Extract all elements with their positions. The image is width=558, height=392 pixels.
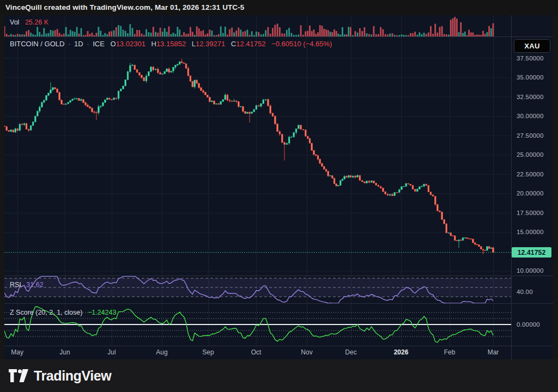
last-price-badge: 12.41752: [512, 247, 551, 258]
open-letter: O: [111, 40, 116, 48]
price-tick-label: 32.50000: [517, 94, 544, 100]
rsi-pane-label: RSI 31.62: [10, 281, 44, 289]
month-label: Oct: [251, 348, 262, 356]
volume-value: 25.26 K: [25, 19, 48, 26]
price-axis[interactable]: XAU 12.41752 37.5000035.0000032.5000030.…: [511, 15, 553, 346]
change-value: −0.60510 (−4.65%): [271, 40, 332, 48]
price-tick-label: 17.50000: [517, 210, 544, 216]
close-value: 12.41752: [236, 40, 265, 48]
legend-dot: ·: [85, 40, 90, 48]
zscore-pane-label: Z Score (20, 2, 1, close) −1.24243: [10, 309, 116, 316]
price-tick-label: 10.00000: [517, 267, 544, 274]
price-tick-label: 30.00000: [517, 113, 544, 119]
price-tick-label: 15.00000: [517, 229, 544, 235]
chart-widget: Vol 25.26 K BITCOIN / GOLD · 1D · ICE O1…: [4, 15, 553, 359]
high-letter: H: [151, 40, 156, 48]
month-label: Nov: [301, 348, 312, 356]
month-label: Feb: [444, 348, 456, 356]
price-tick-label: 22.50000: [517, 171, 544, 177]
currency-badge[interactable]: XAU: [514, 39, 550, 53]
zscore-title: Z Score (20, 2, 1, close): [10, 309, 82, 316]
low-value: 12.39271: [196, 40, 225, 48]
month-label: Dec: [345, 348, 356, 356]
month-label: Sep: [202, 348, 214, 356]
price-tick-label: 25.00000: [517, 151, 544, 158]
legend-exchange: ICE: [93, 40, 105, 48]
month-label: Mar: [488, 348, 499, 356]
tradingview-logo-icon: [8, 367, 29, 384]
rsi-title: RSI: [10, 281, 21, 289]
legend-dot: ·: [66, 40, 72, 48]
high-value: 13.15852: [156, 40, 186, 48]
month-label: 2026: [394, 348, 409, 356]
zscore-tick-label: 0.00000: [517, 321, 540, 328]
month-label: May: [11, 348, 23, 356]
month-label: Jul: [107, 348, 116, 356]
rsi-tick-label: 40.00: [517, 289, 533, 295]
price-tick-label: 37.50000: [517, 55, 544, 62]
price-tick-label: 27.50000: [517, 132, 544, 139]
open-value: 13.02301: [116, 40, 145, 48]
rsi-pane: [4, 277, 511, 303]
price-tick-label: 35.00000: [517, 74, 544, 81]
symbol-legend[interactable]: BITCOIN / GOLD · 1D · ICE O13.02301 H13.…: [10, 40, 332, 48]
time-axis[interactable]: MayJunJulAugSepOctNovDec2026FebMar: [4, 346, 553, 359]
legend-symbol: BITCOIN / GOLD: [10, 40, 64, 48]
footer-bar: TradingView: [0, 359, 558, 392]
volume-bars: [4, 17, 494, 36]
close-letter: C: [231, 40, 236, 48]
rsi-value: 31.62: [26, 281, 43, 289]
candlestick-series: [4, 59, 494, 255]
zscore-value: −1.24243: [88, 309, 116, 316]
tradingview-logo-text: TradingView: [34, 368, 111, 384]
price-tick-label: 20.00000: [517, 190, 544, 197]
tradingview-logo[interactable]: TradingView: [8, 367, 111, 384]
chart-canvas[interactable]: [4, 15, 553, 359]
volume-pane-label: Vol 25.26 K: [10, 19, 48, 26]
month-label: Aug: [156, 348, 167, 356]
legend-interval: 1D: [74, 40, 83, 48]
low-letter: L: [192, 40, 196, 48]
attribution-bar: VinceQuill created with TradingView.com,…: [0, 0, 558, 15]
volume-label: Vol: [10, 19, 19, 26]
month-label: Jun: [59, 348, 70, 356]
attribution-text: VinceQuill created with TradingView.com,…: [5, 3, 244, 11]
